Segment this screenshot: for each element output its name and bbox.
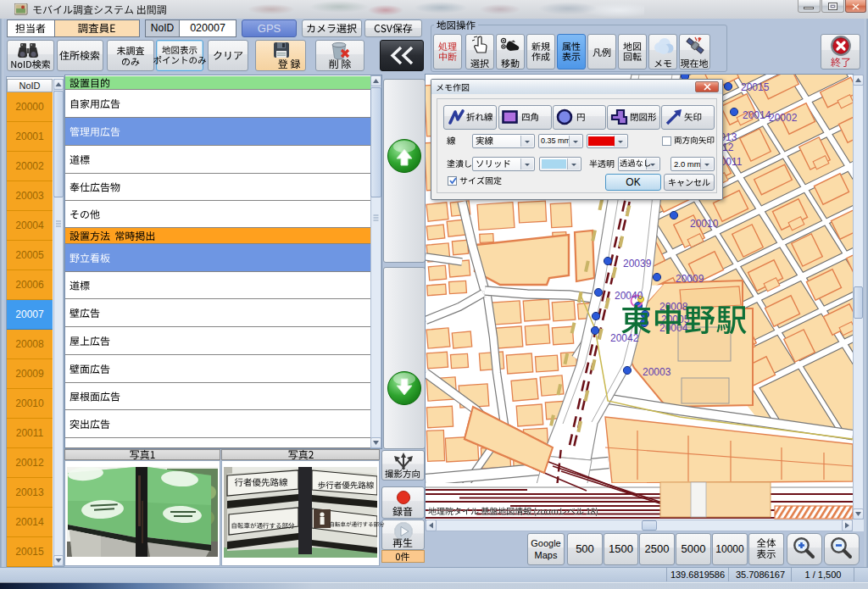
svg-text:20040: 20040	[615, 290, 643, 302]
svg-text:20004: 20004	[659, 322, 688, 334]
svg-text:20039: 20039	[623, 258, 652, 269]
svg-text:20010: 20010	[690, 218, 719, 230]
svg-text:20042: 20042	[610, 332, 639, 344]
svg-text:20014: 20014	[743, 109, 771, 121]
svg-text:20015: 20015	[741, 81, 770, 93]
svg-text:20002: 20002	[769, 112, 798, 124]
svg-text:20009: 20009	[676, 273, 704, 285]
svg-text:20008: 20008	[659, 301, 688, 313]
svg-text:20003: 20003	[643, 366, 671, 378]
